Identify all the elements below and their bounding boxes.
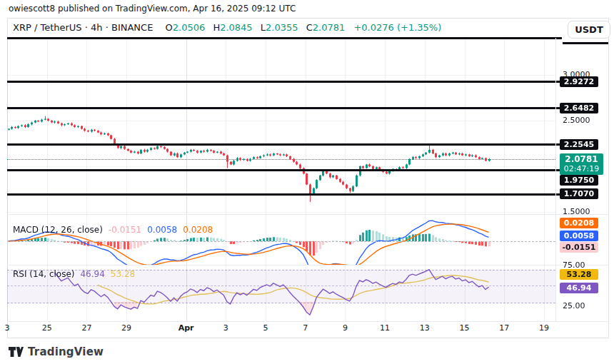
- level-line-1.9750[interactable]: [7, 169, 562, 171]
- time-axis-separator: [7, 321, 608, 322]
- time-tick-17: 17: [499, 323, 509, 333]
- macd-histogram-label: -0.0151: [560, 242, 598, 253]
- time-tick-7: 7: [303, 323, 308, 333]
- low-letter: L: [261, 22, 266, 33]
- macd-line-label: 0.0058: [560, 231, 598, 241]
- tradingview-logo-icon: [9, 347, 24, 358]
- time-tick-3: 3: [223, 323, 228, 333]
- tradingview-published-chart: { "attribution": "owiescott8 published o…: [0, 0, 614, 364]
- macd-panel-separator[interactable]: [7, 214, 608, 215]
- level-label-1.7070: 1.7070: [560, 188, 598, 199]
- price-tick-2.5000: 2.5000: [563, 116, 590, 125]
- change-value: +0.0276 (+1.35%): [353, 22, 441, 33]
- high-value: 2.0845: [220, 22, 253, 33]
- symbol-name[interactable]: XRP / TetherUS · 4h · BINANCE: [13, 22, 153, 33]
- level-label-2.6482: 2.6482: [560, 103, 598, 113]
- time-tick-11: 11: [380, 323, 390, 333]
- macd-line-value: 0.0058: [147, 225, 177, 235]
- rsi-title-text: RSI (14, close): [13, 269, 74, 279]
- level-label-2.2545: 2.2545: [560, 139, 598, 150]
- symbol-header[interactable]: XRP / TetherUS · 4h · BINANCE O2.0506 H2…: [13, 22, 441, 33]
- macd-zero-dashed-line: [7, 241, 555, 242]
- macd-histogram-value: -0.0151: [109, 225, 141, 235]
- level-line-2.9272[interactable]: [7, 81, 562, 83]
- time-tick-27: 27: [81, 323, 91, 333]
- exchange-label: BINANCE: [111, 22, 153, 33]
- rsi-legend[interactable]: RSI (14, close)46.9453.28: [13, 269, 135, 279]
- time-tick-3: 3: [5, 323, 10, 333]
- time-tick-29: 29: [121, 323, 131, 333]
- last-price-label: 2.0781 02:47:19: [560, 153, 603, 175]
- time-tick-13: 13: [420, 323, 430, 333]
- high-letter: H: [213, 22, 220, 33]
- level-line-2.2545[interactable]: [7, 143, 562, 146]
- open-letter: O: [166, 22, 173, 33]
- time-tick-25: 25: [42, 323, 52, 333]
- level-line-1.7070[interactable]: [7, 193, 562, 196]
- open-value: 2.0506: [173, 22, 206, 33]
- low-value: 2.0355: [266, 22, 298, 33]
- close-value: 2.0781: [313, 22, 346, 33]
- rsi-panel-separator[interactable]: [7, 265, 608, 266]
- attribution-text: owiescott8 published on TradingView.com,…: [9, 4, 296, 14]
- macd-title-text: MACD (12, 26, close): [13, 225, 103, 235]
- level-label-2.9272: 2.9272: [560, 76, 598, 87]
- last-price-value: 2.0781: [565, 154, 598, 164]
- time-tick-15: 15: [460, 323, 470, 333]
- interval-label: 4h: [91, 22, 103, 33]
- close-letter: C: [306, 22, 313, 33]
- tradingview-logo[interactable]: TradingView: [9, 345, 104, 358]
- macd-signal-value: 0.0208: [183, 225, 213, 235]
- price-tick-1.5000: 1.5000: [563, 207, 590, 216]
- macd-legend[interactable]: MACD (12, 26, close)-0.01510.00580.0208: [13, 225, 213, 235]
- level-line-2.6482[interactable]: [7, 107, 562, 109]
- rsi-line-label: 46.94: [560, 283, 598, 293]
- price-scale-separator: [555, 38, 556, 321]
- last-price-dotted-line: [7, 159, 555, 160]
- rsi-ma-label: 53.28: [560, 269, 598, 280]
- rsi-tick-25: 25.00: [563, 301, 585, 310]
- time-tick-Apr: Apr: [178, 323, 194, 333]
- bar-countdown: 02:47:19: [564, 164, 599, 174]
- macd-signal-label: 0.0208: [560, 218, 598, 228]
- time-tick-5: 5: [263, 323, 268, 333]
- time-tick-19: 19: [539, 323, 549, 333]
- tradingview-logo-text: TradingView: [28, 345, 104, 358]
- rsi-ma-value: 53.28: [111, 269, 135, 279]
- rsi-line-value: 46.94: [80, 269, 104, 279]
- level-line-top-scale-segment: [563, 42, 608, 44]
- currency-button[interactable]: USDT: [568, 21, 610, 39]
- level-line-top[interactable]: [7, 37, 562, 39]
- time-tick-9: 9: [343, 323, 348, 333]
- level-label-1.9750: 1.9750: [560, 175, 598, 186]
